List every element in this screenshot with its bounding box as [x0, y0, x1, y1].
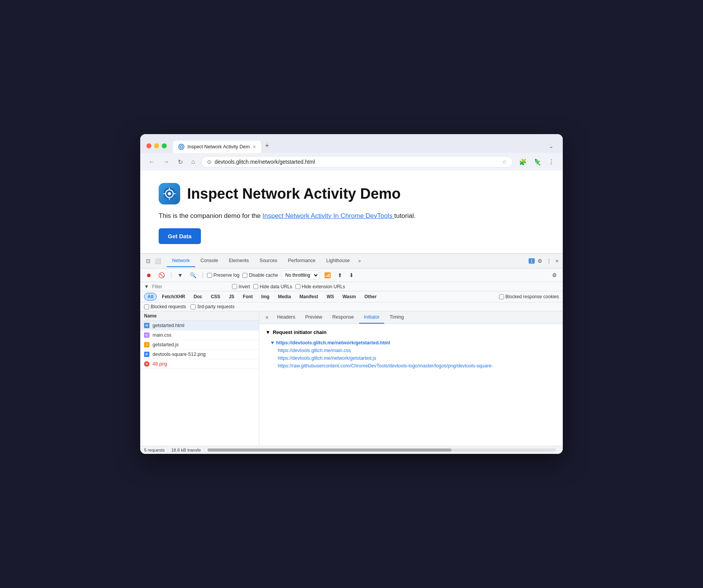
filter-row2: Blocked requests 3rd-party requests — [140, 302, 563, 311]
type-btn-doc[interactable]: Doc — [190, 293, 206, 301]
record-button[interactable]: ⏺ — [144, 271, 153, 279]
type-btn-media[interactable]: Media — [274, 293, 294, 301]
type-btn-img[interactable]: Img — [258, 293, 273, 301]
hide-data-urls-checkbox[interactable]: Hide data URLs — [253, 284, 292, 289]
filter-input[interactable] — [152, 284, 229, 289]
device-toolbar-icon[interactable]: ⬜ — [153, 257, 162, 265]
chain-title-text: Request initiator chain — [273, 329, 327, 335]
disable-cache-checkbox[interactable]: Disable cache — [242, 272, 278, 278]
separator2 — [202, 272, 203, 279]
close-button[interactable] — [146, 143, 151, 148]
reload-button[interactable]: ↻ — [176, 157, 185, 167]
tab-performance[interactable]: Performance — [283, 255, 321, 267]
new-tab-button[interactable]: + — [261, 139, 273, 153]
status-bar: 5 requests 18.6 kB transfe — [140, 446, 563, 454]
maximize-button[interactable] — [162, 143, 167, 148]
tab-sources[interactable]: Sources — [254, 255, 283, 267]
filter-button[interactable]: ▼ — [176, 271, 185, 279]
tutorial-link[interactable]: Inspect Network Activity In Chrome DevTo… — [262, 212, 394, 219]
detail-content: ▼ Request initiator chain ▼ https://devt… — [259, 324, 563, 446]
forward-button[interactable]: → — [161, 157, 172, 167]
request-row-main-css[interactable]: C main.css — [140, 331, 259, 340]
avatar-icon[interactable]: 🦎 — [531, 157, 544, 167]
clear-button[interactable]: 🚫 — [156, 271, 167, 279]
detail-tab-timing[interactable]: Timing — [385, 311, 408, 324]
extensions-icon[interactable]: 🧩 — [517, 157, 529, 167]
type-filter-bar: All Fetch/XHR Doc CSS JS Font Img Media … — [140, 291, 563, 302]
get-data-button[interactable]: Get Data — [159, 228, 201, 244]
third-party-checkbox[interactable]: 3rd-party requests — [191, 304, 234, 309]
more-tabs-button[interactable]: » — [355, 255, 364, 267]
third-party-label: 3rd-party requests — [197, 304, 234, 309]
back-button[interactable]: ← — [146, 157, 157, 167]
request-row-getstarted-html[interactable]: H getstarted.html — [140, 321, 259, 331]
horizontal-scrollbar[interactable] — [207, 448, 556, 452]
blocked-requests-checkbox[interactable]: Blocked requests — [144, 304, 186, 309]
page-logo — [159, 183, 180, 204]
chain-item-raw: https://raw.githubusercontent.com/Chrome… — [278, 362, 557, 370]
request-row-48png[interactable]: ✕ 48.png — [140, 359, 259, 369]
request-name-main-css: main.css — [153, 332, 171, 338]
home-button[interactable]: ⌂ — [189, 157, 197, 167]
blocked-requests-input[interactable] — [144, 304, 149, 309]
tab-console[interactable]: Console — [195, 255, 224, 267]
type-btn-ws[interactable]: WS — [323, 293, 337, 301]
invert-input[interactable] — [232, 284, 237, 289]
invert-checkbox[interactable]: Invert — [232, 284, 250, 289]
requests-count: 5 requests — [144, 448, 168, 452]
tab-close-icon[interactable]: × — [253, 144, 256, 150]
type-btn-manifest[interactable]: Manifest — [296, 293, 322, 301]
wifi-icon: 📶 — [322, 271, 333, 279]
request-name-getstarted-js: getstarted.js — [153, 342, 179, 347]
hide-data-urls-input[interactable] — [253, 284, 258, 289]
type-btn-fetch-xhr[interactable]: Fetch/XHR — [158, 293, 189, 301]
transfer-size: 18.6 kB transfe — [168, 448, 204, 452]
name-column-header: Name — [144, 313, 157, 319]
tab-network[interactable]: Network — [167, 255, 195, 267]
detail-close-button[interactable]: × — [262, 312, 272, 323]
bookmark-icon[interactable]: ☆ — [502, 159, 507, 165]
traffic-lights — [146, 143, 167, 148]
detail-tab-response[interactable]: Response — [328, 311, 358, 324]
tab-lighthouse[interactable]: Lighthouse — [321, 255, 355, 267]
network-settings-icon[interactable]: ⚙ — [550, 271, 559, 279]
blocked-cookies-input[interactable] — [499, 294, 504, 299]
browser-tab-active[interactable]: Inspect Network Activity Dem × — [173, 141, 261, 153]
url-bar[interactable]: ⊙ devtools.glitch.me/network/getstarted.… — [201, 156, 513, 168]
type-btn-other[interactable]: Other — [361, 293, 380, 301]
detail-tab-initiator[interactable]: Initiator — [359, 311, 384, 324]
preserve-log-input[interactable] — [207, 273, 212, 278]
type-btn-css[interactable]: CSS — [207, 293, 224, 301]
request-row-getstarted-js[interactable]: J getstarted.js — [140, 340, 259, 350]
browser-menu-icon[interactable]: ⋮ — [546, 157, 557, 167]
throttle-select[interactable]: No throttling — [281, 271, 319, 280]
detail-tab-preview[interactable]: Preview — [300, 311, 327, 324]
hide-extension-urls-input[interactable] — [295, 284, 300, 289]
blocked-requests-label: Blocked requests — [151, 304, 186, 309]
minimize-button[interactable] — [154, 143, 159, 148]
separator — [171, 272, 171, 279]
hide-extension-urls-checkbox[interactable]: Hide extension URLs — [295, 284, 345, 289]
request-row-devtools-png[interactable]: P devtools-square-512.png — [140, 350, 259, 359]
devtools-more-icon[interactable]: ⋮ — [545, 257, 553, 265]
requests-header: Name — [140, 311, 259, 321]
third-party-input[interactable] — [191, 304, 196, 309]
tab-favicon — [178, 144, 184, 150]
window-dropdown-button[interactable]: ⌄ — [546, 140, 557, 152]
inspect-element-icon[interactable]: ⊡ — [145, 257, 152, 265]
type-btn-font[interactable]: Font — [239, 293, 256, 301]
type-btn-all[interactable]: All — [144, 293, 157, 301]
blocked-cookies-checkbox[interactable]: Blocked response cookies — [499, 294, 559, 299]
devtools-close-icon[interactable]: × — [554, 257, 560, 265]
type-btn-wasm[interactable]: Wasm — [339, 293, 359, 301]
invert-label: Invert — [239, 284, 250, 289]
preserve-log-checkbox[interactable]: Preserve log — [207, 272, 239, 278]
tab-elements[interactable]: Elements — [224, 255, 254, 267]
type-btn-js[interactable]: JS — [225, 293, 238, 301]
disable-cache-input[interactable] — [242, 273, 247, 278]
devtools-settings-icon[interactable]: ⚙ — [536, 257, 544, 265]
detail-tab-headers[interactable]: Headers — [272, 311, 300, 324]
chain-title: ▼ Request initiator chain — [265, 329, 557, 335]
search-button[interactable]: 🔍 — [188, 271, 198, 279]
preserve-log-label: Preserve log — [214, 272, 239, 278]
